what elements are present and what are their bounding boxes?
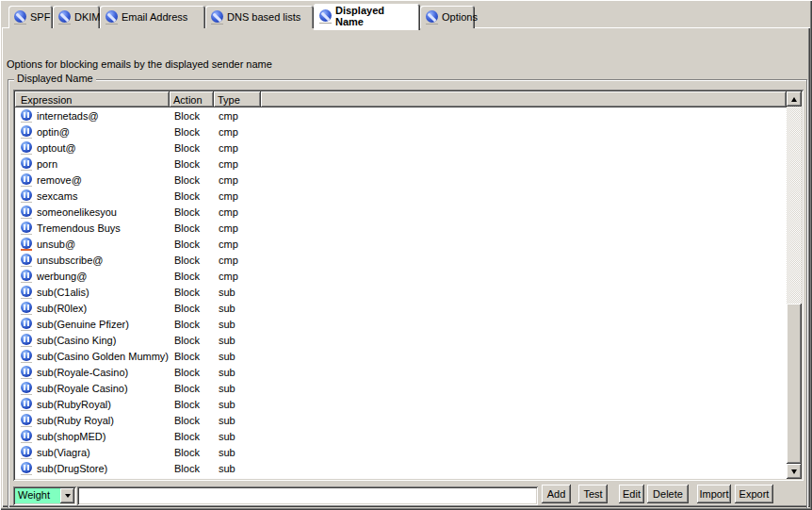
action-text: Block <box>170 255 214 266</box>
blocked-entry-icon <box>21 461 32 475</box>
table-row[interactable]: remove@Blockcmp <box>15 172 787 188</box>
table-row[interactable]: sub(Genuine Pfizer)Blocksub <box>15 316 787 332</box>
blocked-entry-icon <box>21 397 32 411</box>
groupbox-title: Displayed Name <box>14 73 96 84</box>
test-button[interactable]: Test <box>578 485 608 503</box>
tab-dkim[interactable]: DKIM <box>53 6 100 28</box>
blocked-entry-icon <box>21 253 32 267</box>
tab-spf[interactable]: SPF <box>8 6 53 28</box>
delete-button[interactable]: Delete <box>647 485 689 503</box>
blocked-entry-icon <box>21 205 32 219</box>
action-text: Block <box>170 399 214 410</box>
table-row[interactable]: optin@Blockcmp <box>15 123 787 140</box>
action-text: Block <box>170 287 214 298</box>
type-text: cmp <box>214 142 261 154</box>
tab-label: Options <box>442 11 478 23</box>
expression-text: sub(Ruby Royal) <box>37 415 114 426</box>
scroll-down-button[interactable] <box>787 464 802 479</box>
type-text: sub <box>214 431 261 442</box>
action-text: Block <box>170 142 214 154</box>
tab-label: Displayed Name <box>335 5 414 27</box>
table-row[interactable]: sexcamsBlockcmp <box>15 188 787 204</box>
table-row[interactable]: sub(RubyRoyal)Blocksub <box>15 396 787 412</box>
table-row[interactable]: sub(C1alis)Blocksub <box>15 284 787 300</box>
table-row[interactable]: unsub@Blockcmp <box>15 236 787 252</box>
edit-button[interactable]: Edit <box>619 485 644 503</box>
action-text: Block <box>170 190 214 202</box>
tab-label: SPF <box>30 11 50 23</box>
table-row[interactable]: sub(DrugStore)Blocksub <box>15 460 787 476</box>
vertical-scrollbar[interactable] <box>787 91 802 479</box>
blocked-entry-icon <box>21 156 32 171</box>
expression-text: sub(DrugStore) <box>37 463 107 474</box>
action-text: Block <box>170 367 214 378</box>
table-row[interactable]: optout@Blockcmp <box>15 140 787 156</box>
type-text: sub <box>214 351 261 362</box>
tab-displayed-name[interactable]: Displayed Name <box>314 4 420 30</box>
table-row[interactable]: internetads@Blockcmp <box>15 107 787 123</box>
type-text: cmp <box>214 110 261 122</box>
tab-dns-based-lists[interactable]: DNS based lists <box>205 6 314 28</box>
table-row[interactable]: sub(Royale Casino)Blocksub <box>15 380 787 396</box>
arrow-down-icon <box>791 469 797 474</box>
expression-text: sub(Viagra) <box>37 447 90 458</box>
action-text: Block <box>170 351 214 362</box>
expression-text: sub(Casino Golden Mummy) <box>37 351 169 362</box>
scroll-up-button[interactable] <box>787 91 802 107</box>
blocked-entry-icon <box>21 413 32 427</box>
import-button[interactable]: Import <box>697 485 731 503</box>
type-text: cmp <box>214 239 261 250</box>
add-button[interactable]: Add <box>542 485 571 503</box>
type-text: cmp <box>214 222 261 234</box>
export-button[interactable]: Export <box>735 485 773 503</box>
table-row[interactable]: sub(R0lex)Blocksub <box>15 300 787 316</box>
column-header-filler <box>261 91 787 107</box>
blocked-entry-icon <box>21 108 32 123</box>
type-text: cmp <box>214 126 261 138</box>
tab-options[interactable]: Options <box>420 6 475 28</box>
type-text: sub <box>214 303 261 314</box>
block-sign-icon <box>319 8 332 24</box>
table-row[interactable]: werbung@Blockcmp <box>15 268 787 284</box>
column-header-expression[interactable]: Expression <box>15 91 170 107</box>
expression-text: porn <box>37 158 57 170</box>
table-row[interactable]: sub(Viagra)Blocksub <box>15 444 787 460</box>
table-row[interactable]: Tremendous BuysBlockcmp <box>15 220 787 236</box>
action-text: Block <box>170 383 214 394</box>
tab-email-address[interactable]: Email Address <box>100 6 205 28</box>
table-row[interactable]: sub(shopMED)Blocksub <box>15 428 787 444</box>
tab-label: DKIM <box>74 11 101 23</box>
expression-text: sub(Genuine Pfizer) <box>37 319 129 330</box>
blocked-entry-icon <box>21 140 32 155</box>
blocked-entry-icon <box>21 124 32 139</box>
action-text: Block <box>170 222 214 234</box>
block-sign-icon <box>58 9 71 25</box>
action-text: Block <box>170 110 214 122</box>
table-row[interactable]: sub(Ruby Royal)Blocksub <box>15 412 787 428</box>
table-row[interactable]: sub(Casino King)Blocksub <box>15 332 787 348</box>
column-header-action[interactable]: Action <box>170 91 214 107</box>
table-row[interactable]: sub(Royale-Casino)Blocksub <box>15 364 787 380</box>
table-row[interactable]: pornBlockcmp <box>15 156 787 172</box>
expression-text: sub(RubyRoyal) <box>37 399 111 410</box>
expression-text: someonelikesyou <box>37 206 117 218</box>
type-text: sub <box>214 415 261 426</box>
action-text: Block <box>170 335 214 346</box>
table-row[interactable]: sub(Casino Golden Mummy)Blocksub <box>15 348 787 364</box>
scrollbar-thumb[interactable] <box>787 304 802 464</box>
expression-list: Expression Action Type internetads@Block… <box>13 90 804 481</box>
list-rows: internetads@Blockcmpoptin@Blockcmpoptout… <box>15 107 787 476</box>
list-header: Expression Action Type <box>15 91 787 107</box>
type-text: cmp <box>214 190 261 202</box>
blocked-entry-icon <box>21 173 32 187</box>
expression-text: unsub@ <box>37 239 75 250</box>
expression-text: sub(Royale-Casino) <box>37 367 128 378</box>
table-row[interactable]: someonelikesyouBlockcmp <box>15 204 787 220</box>
type-text: sub <box>214 399 261 410</box>
action-text: Block <box>170 271 214 282</box>
blocked-entry-icon <box>21 285 32 299</box>
expression-text: remove@ <box>37 174 82 186</box>
column-header-type[interactable]: Type <box>214 91 261 107</box>
expression-text: sub(R0lex) <box>37 303 87 314</box>
table-row[interactable]: unsubscribe@Blockcmp <box>15 252 787 268</box>
